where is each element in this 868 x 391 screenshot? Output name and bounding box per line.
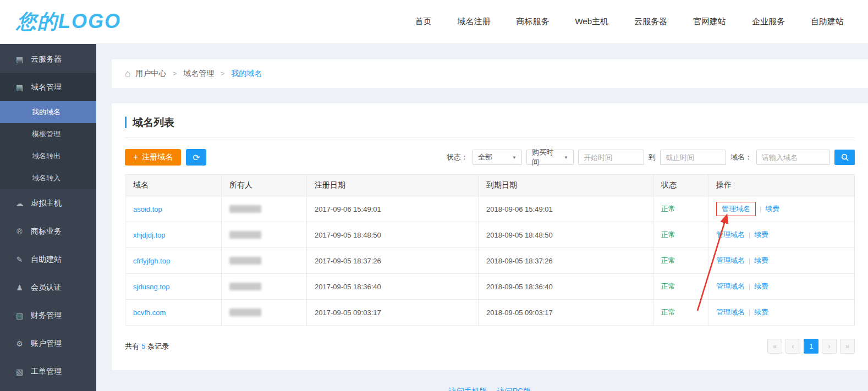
breadcrumb-separator: > bbox=[173, 70, 177, 78]
sidebar-item-virtual-host[interactable]: ☁ 虚拟主机 bbox=[0, 189, 96, 217]
card-icon: ▥ bbox=[15, 311, 24, 320]
trademark-icon: ® bbox=[15, 227, 24, 236]
pagination-next-button[interactable]: › bbox=[822, 339, 837, 354]
toolbar: + 注册域名 ⟳ 状态： 全部 ▼ 购买时间 ▼ bbox=[125, 149, 855, 166]
sidebar-subitem-domain-transfer-in[interactable]: 域名转入 bbox=[0, 167, 96, 189]
owner-redacted bbox=[229, 257, 261, 265]
manage-domain-link[interactable]: 管理域名 bbox=[716, 230, 745, 239]
renew-link[interactable]: 续费 bbox=[754, 282, 768, 290]
record-count: 5 bbox=[141, 342, 145, 350]
pagination-last-button[interactable]: » bbox=[840, 339, 855, 354]
status-filter-label: 状态： bbox=[447, 152, 468, 162]
renew-link[interactable]: 续费 bbox=[754, 308, 768, 316]
exp-date: 2018-09-05 09:03:17 bbox=[479, 300, 653, 326]
owner-redacted bbox=[229, 283, 261, 290]
status-badge: 正常 bbox=[661, 308, 675, 316]
sidebar-item-work-order[interactable]: ▧ 工单管理 bbox=[0, 357, 96, 386]
action-separator: | bbox=[749, 283, 750, 290]
exp-date: 2018-09-05 18:48:50 bbox=[479, 222, 653, 248]
exp-date: 2018-09-05 18:37:26 bbox=[479, 248, 653, 274]
pagination-prev-button[interactable]: ‹ bbox=[785, 339, 800, 354]
time-type-select[interactable]: 购买时间 ▼ bbox=[526, 150, 574, 165]
status-select[interactable]: 全部 ▼ bbox=[473, 150, 522, 165]
domain-link[interactable]: sjdusng.top bbox=[133, 283, 170, 291]
nav-item-trademark-service[interactable]: 商标服务 bbox=[516, 16, 549, 27]
domain-table: 域名 所有人 注册日期 到期日期 状态 操作 asoid.top 2017-0 bbox=[125, 174, 855, 326]
server-icon: ▤ bbox=[15, 55, 24, 64]
pagination-page-1[interactable]: 1 bbox=[804, 339, 818, 354]
nav-item-cloud-server[interactable]: 云服务器 bbox=[634, 16, 667, 27]
domain-link[interactable]: xhjdjdj.top bbox=[133, 231, 166, 239]
manage-domain-link[interactable]: 管理域名 bbox=[716, 308, 745, 316]
sidebar-subitem-my-domains[interactable]: 我的域名 bbox=[0, 101, 96, 123]
search-button[interactable] bbox=[834, 150, 855, 165]
table-header-row: 域名 所有人 注册日期 到期日期 状态 操作 bbox=[125, 175, 855, 196]
to-label: 到 bbox=[649, 152, 656, 162]
breadcrumb-user-center[interactable]: 用户中心 bbox=[135, 69, 166, 79]
sidebar: ▤ 云服务器 ▦ 域名管理 我的域名 模板管理 域名转出 域名转入 bbox=[0, 44, 96, 391]
manage-domain-link[interactable]: 管理域名 bbox=[722, 205, 750, 213]
sidebar-item-member-auth[interactable]: ♟ 会员认证 bbox=[0, 273, 96, 301]
register-domain-button[interactable]: + 注册域名 bbox=[125, 149, 181, 166]
table-row: bcvfh.com 2017-09-05 09:03:17 2018-09-05… bbox=[125, 300, 855, 326]
sidebar-item-label: 自助建站 bbox=[31, 255, 62, 265]
sidebar-submenu-domain: 我的域名 模板管理 域名转出 域名转入 bbox=[0, 101, 96, 189]
status-badge: 正常 bbox=[661, 230, 675, 239]
divider bbox=[125, 137, 855, 138]
record-summary-prefix: 共有 bbox=[125, 342, 139, 351]
pc-version-link[interactable]: 访问PC版 bbox=[497, 387, 531, 391]
owner-redacted bbox=[229, 231, 261, 239]
status-badge: 正常 bbox=[661, 256, 675, 265]
table-row: xhjdjdj.top 2017-09-05 18:48:50 2018-09-… bbox=[125, 222, 855, 248]
nav-item-domain-register[interactable]: 域名注册 bbox=[457, 16, 490, 27]
reg-date: 2017-09-05 09:03:17 bbox=[307, 300, 479, 326]
end-date-input[interactable] bbox=[660, 150, 726, 165]
domain-filter-label: 域名： bbox=[730, 152, 752, 162]
nav-item-home[interactable]: 首页 bbox=[415, 16, 431, 27]
owner-redacted bbox=[229, 309, 261, 316]
sidebar-subitem-domain-transfer-out[interactable]: 域名转出 bbox=[0, 145, 96, 167]
owner-redacted bbox=[229, 205, 261, 213]
manage-domain-link[interactable]: 管理域名 bbox=[716, 256, 745, 265]
filter-bar: 状态： 全部 ▼ 购买时间 ▼ 到 域名： bbox=[447, 150, 855, 165]
status-badge: 正常 bbox=[661, 205, 675, 213]
chevron-down-icon: ▼ bbox=[564, 155, 568, 160]
pagination: « ‹ 1 › » bbox=[767, 339, 855, 354]
refresh-button[interactable]: ⟳ bbox=[186, 149, 206, 166]
home-icon: ⌂ bbox=[125, 68, 130, 79]
start-date-input[interactable] bbox=[578, 150, 644, 165]
renew-link[interactable]: 续费 bbox=[754, 256, 768, 265]
table-row: sjdusng.top 2017-09-05 18:36:40 2018-09-… bbox=[125, 274, 855, 300]
action-separator: | bbox=[749, 309, 750, 316]
action-separator: | bbox=[760, 205, 761, 213]
sidebar-item-domain-manage[interactable]: ▦ 域名管理 bbox=[0, 73, 96, 101]
table-row: cfrfyjfgh.top 2017-09-05 18:37:26 2018-0… bbox=[125, 248, 855, 274]
sidebar-item-cloud-server[interactable]: ▤ 云服务器 bbox=[0, 45, 96, 73]
renew-link[interactable]: 续费 bbox=[765, 205, 779, 213]
nav-item-enterprise-service[interactable]: 企业服务 bbox=[752, 16, 785, 27]
breadcrumb: ⌂ 用户中心 > 域名管理 > 我的域名 bbox=[112, 59, 868, 88]
nav-item-website-building[interactable]: 官网建站 bbox=[693, 16, 726, 27]
manage-domain-link[interactable]: 管理域名 bbox=[716, 282, 745, 290]
sidebar-item-account[interactable]: ⚙ 账户管理 bbox=[0, 329, 96, 357]
nav-item-web-hosting[interactable]: Web主机 bbox=[575, 16, 608, 27]
domain-link[interactable]: cfrfyjfgh.top bbox=[133, 257, 170, 265]
reg-date: 2017-09-05 18:48:50 bbox=[307, 222, 479, 248]
domain-link[interactable]: bcvfh.com bbox=[133, 309, 166, 317]
domain-link[interactable]: asoid.top bbox=[133, 205, 162, 213]
breadcrumb-domain-manage[interactable]: 域名管理 bbox=[183, 69, 214, 79]
domain-icon: ▦ bbox=[15, 83, 24, 92]
nav-item-self-service-site[interactable]: 自助建站 bbox=[811, 16, 844, 27]
mobile-version-link[interactable]: 访问手机版 bbox=[449, 387, 487, 391]
domain-search-input[interactable] bbox=[756, 150, 830, 165]
renew-link[interactable]: 续费 bbox=[754, 230, 768, 239]
pagination-first-button[interactable]: « bbox=[767, 339, 782, 354]
sidebar-subitem-template-manage[interactable]: 模板管理 bbox=[0, 123, 96, 145]
sidebar-item-finance[interactable]: ▥ 财务管理 bbox=[0, 301, 96, 329]
sidebar-item-label: 账户管理 bbox=[31, 339, 62, 349]
breadcrumb-separator: > bbox=[221, 70, 224, 78]
sidebar-item-trademark[interactable]: ® 商标业务 bbox=[0, 217, 96, 245]
logo[interactable]: 您的LOGO bbox=[17, 8, 121, 35]
breadcrumb-my-domains[interactable]: 我的域名 bbox=[231, 69, 262, 79]
sidebar-item-site-builder[interactable]: ✎ 自助建站 bbox=[0, 245, 96, 273]
